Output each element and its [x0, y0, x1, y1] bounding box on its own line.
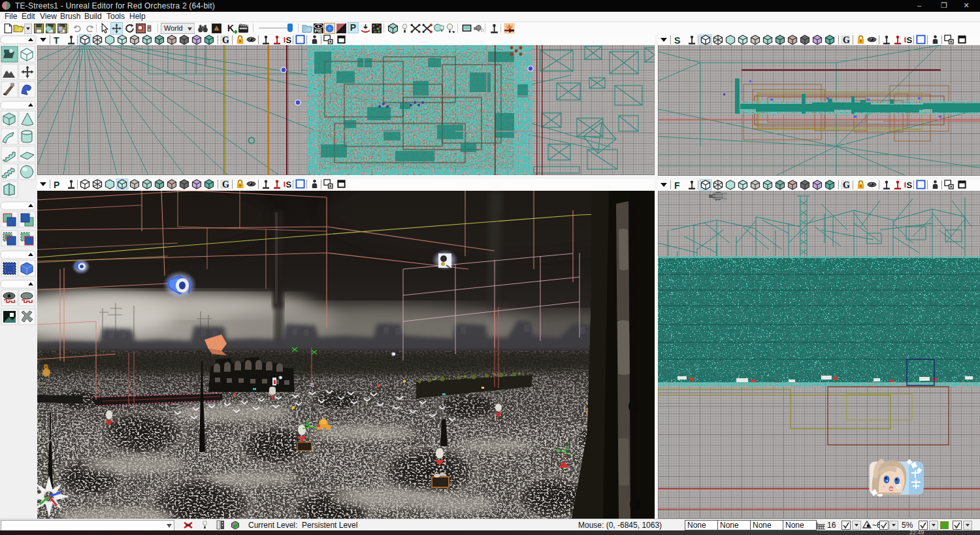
svg-text:E: E: [310, 381, 314, 388]
svg-text:P: P: [54, 180, 59, 190]
svg-text:S: S: [674, 35, 680, 46]
svg-text:T: T: [54, 35, 59, 46]
svg-text:F: F: [674, 180, 680, 191]
